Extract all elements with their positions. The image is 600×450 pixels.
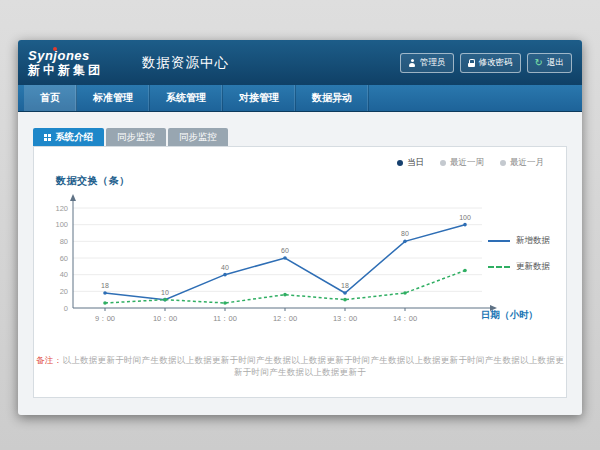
header-actions: 管理员 修改密码 ↻ 退出: [400, 53, 572, 73]
footnote-prefix: 备注：: [36, 355, 62, 365]
tab-sync-monitor-2[interactable]: 同步监控: [168, 128, 228, 146]
svg-text:60: 60: [281, 247, 289, 254]
last-month-legend-dot-icon: [500, 160, 506, 166]
svg-text:12：00: 12：00: [273, 314, 297, 323]
svg-text:80: 80: [60, 237, 68, 246]
chart-panel: 当日 最近一周 最近一月 数据交换（条） 0204060801001209：00…: [33, 146, 567, 398]
nav-item-data-change[interactable]: 数据异动: [296, 85, 369, 111]
svg-text:0: 0: [64, 304, 68, 313]
svg-text:120: 120: [55, 204, 68, 213]
tab-bar: 系统介绍 同步监控 同步监控: [33, 128, 567, 146]
filter-last-month-label: 最近一月: [510, 157, 544, 169]
updated-data-line-icon: [488, 266, 510, 268]
filter-today[interactable]: 当日: [397, 157, 424, 169]
footnote-text: 以上数据更新于时间产生数据以上数据更新于时间产生数据以上数据更新于时间产生数据以…: [62, 355, 564, 377]
svg-text:10: 10: [161, 289, 169, 296]
content-area: 系统介绍 同步监控 同步监控 当日 最近一周 最近一月 数据交换（条） 0204…: [18, 112, 582, 398]
tab-sync-monitor-1[interactable]: 同步监控: [106, 128, 166, 146]
nav-item-system-mgmt[interactable]: 系统管理: [150, 85, 223, 111]
filter-today-label: 当日: [407, 157, 424, 169]
legend-updated-data: 更新数据: [488, 261, 550, 273]
tab-system-intro-label: 系统介绍: [55, 131, 93, 144]
logo-text: Synjones: [28, 49, 130, 63]
legend-new-data: 新增数据: [488, 235, 550, 247]
legend-new-data-label: 新增数据: [516, 235, 550, 247]
svg-text:10：00: 10：00: [153, 314, 177, 323]
filter-last-week[interactable]: 最近一周: [440, 157, 484, 169]
svg-text:9：00: 9：00: [95, 314, 115, 323]
svg-text:18: 18: [341, 282, 349, 289]
last-week-legend-dot-icon: [440, 160, 446, 166]
svg-text:13：00: 13：00: [333, 314, 357, 323]
logo-dot-icon: [53, 47, 57, 51]
grid-icon: [44, 134, 51, 141]
svg-text:40: 40: [221, 264, 229, 271]
svg-text:100: 100: [55, 220, 68, 229]
series-legend: 新增数据 更新数据: [488, 235, 550, 273]
logo: Synjones 新中新集团: [28, 49, 130, 77]
filter-last-month[interactable]: 最近一月: [500, 157, 544, 169]
logo-subtext: 新中新集团: [28, 63, 130, 77]
user-icon: [408, 59, 416, 67]
change-password-button[interactable]: 修改密码: [460, 53, 521, 73]
logout-button[interactable]: ↻ 退出: [527, 53, 572, 73]
lock-icon: [468, 59, 475, 67]
logout-label: 退出: [547, 57, 564, 69]
svg-text:100: 100: [459, 214, 471, 221]
app-header: Synjones 新中新集团 数据资源中心 管理员 修改密码 ↻ 退出: [18, 40, 582, 85]
time-filter-legend: 当日 最近一周 最近一月: [397, 157, 544, 169]
x-axis-label: 日期（小时）: [481, 309, 538, 322]
nav-item-connection-mgmt[interactable]: 对接管理: [223, 85, 296, 111]
app-window: Synjones 新中新集团 数据资源中心 管理员 修改密码 ↻ 退出: [18, 40, 582, 415]
svg-text:14：00: 14：00: [393, 314, 417, 323]
legend-updated-data-label: 更新数据: [516, 261, 550, 273]
new-data-line-icon: [488, 240, 510, 242]
svg-text:11：00: 11：00: [213, 314, 237, 323]
logout-icon: ↻: [535, 59, 543, 67]
tab-system-intro[interactable]: 系统介绍: [33, 128, 104, 146]
svg-text:20: 20: [60, 287, 68, 296]
svg-text:40: 40: [60, 270, 68, 279]
svg-text:80: 80: [401, 230, 409, 237]
filter-last-week-label: 最近一周: [450, 157, 484, 169]
nav-item-standard-mgmt[interactable]: 标准管理: [77, 85, 150, 111]
admin-button[interactable]: 管理员: [400, 53, 454, 73]
today-legend-dot-icon: [397, 160, 403, 166]
svg-text:18: 18: [101, 282, 109, 289]
footnote: 备注：以上数据更新于时间产生数据以上数据更新于时间产生数据以上数据更新于时间产生…: [34, 355, 566, 379]
main-nav: 首页 标准管理 系统管理 对接管理 数据异动: [18, 85, 582, 112]
page-title: 数据资源中心: [142, 54, 229, 72]
desktop-background: Synjones 新中新集团 数据资源中心 管理员 修改密码 ↻ 退出: [0, 0, 600, 450]
admin-button-label: 管理员: [420, 57, 446, 69]
chart-y-title: 数据交换（条）: [56, 174, 130, 188]
change-password-label: 修改密码: [479, 57, 513, 69]
nav-item-home[interactable]: 首页: [24, 85, 77, 111]
svg-text:60: 60: [60, 254, 68, 263]
